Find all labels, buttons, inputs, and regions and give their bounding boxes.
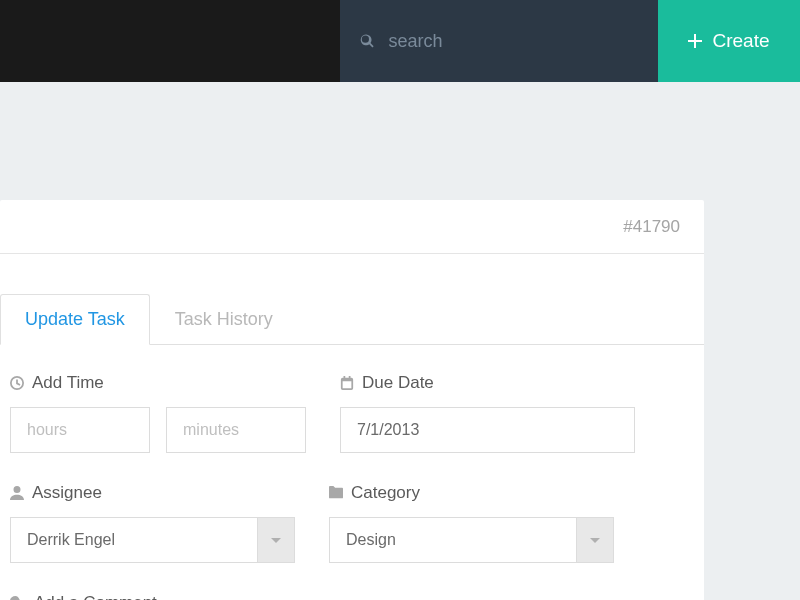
add-time-label-text: Add Time xyxy=(32,373,104,393)
clock-icon xyxy=(10,376,24,390)
user-icon xyxy=(10,486,24,500)
create-button[interactable]: Create xyxy=(658,0,800,82)
create-label: Create xyxy=(712,30,769,52)
field-due-date: Due Date xyxy=(340,373,635,453)
comment-label: Add a Comment xyxy=(10,593,704,600)
due-date-label-text: Due Date xyxy=(362,373,434,393)
top-bar: Create xyxy=(0,0,800,82)
comment-label-text: Add a Comment xyxy=(34,593,157,600)
topbar-brand-area xyxy=(0,0,340,82)
time-inputs xyxy=(10,407,306,453)
search-container xyxy=(340,0,658,82)
assignee-select[interactable]: Derrik Engel xyxy=(10,517,295,563)
plus-icon xyxy=(688,34,702,48)
task-id: #41790 xyxy=(623,217,680,237)
chevron-down-icon xyxy=(271,538,281,543)
tab-task-history[interactable]: Task History xyxy=(150,294,298,344)
search-icon xyxy=(360,33,374,49)
assignee-label: Assignee xyxy=(10,483,295,503)
panel-header: #41790 xyxy=(0,200,704,254)
category-label-text: Category xyxy=(351,483,420,503)
assignee-label-text: Assignee xyxy=(32,483,102,503)
minutes-input[interactable] xyxy=(166,407,306,453)
category-label: Category xyxy=(329,483,614,503)
field-add-time: Add Time xyxy=(10,373,306,453)
assignee-value: Derrik Engel xyxy=(10,517,257,563)
folder-icon xyxy=(329,486,343,500)
category-value: Design xyxy=(329,517,576,563)
field-category: Category Design xyxy=(329,483,614,563)
hours-input[interactable] xyxy=(10,407,150,453)
search-input[interactable] xyxy=(388,31,638,52)
tabs: Update Task Task History xyxy=(0,254,704,345)
category-select[interactable]: Design xyxy=(329,517,614,563)
add-time-label: Add Time xyxy=(10,373,306,393)
chevron-down-icon xyxy=(590,538,600,543)
tab-content: Add Time Due Date Assignee Derrik Engel xyxy=(0,345,704,600)
chat-icon xyxy=(10,596,26,600)
calendar-icon xyxy=(340,376,354,390)
due-date-input[interactable] xyxy=(340,407,635,453)
category-dropdown-button[interactable] xyxy=(576,517,614,563)
task-panel: #41790 Update Task Task History Add Time… xyxy=(0,200,704,600)
assignee-dropdown-button[interactable] xyxy=(257,517,295,563)
due-date-label: Due Date xyxy=(340,373,635,393)
field-assignee: Assignee Derrik Engel xyxy=(10,483,295,563)
tab-update-task[interactable]: Update Task xyxy=(0,294,150,345)
field-comment: Add a Comment xyxy=(10,593,704,600)
